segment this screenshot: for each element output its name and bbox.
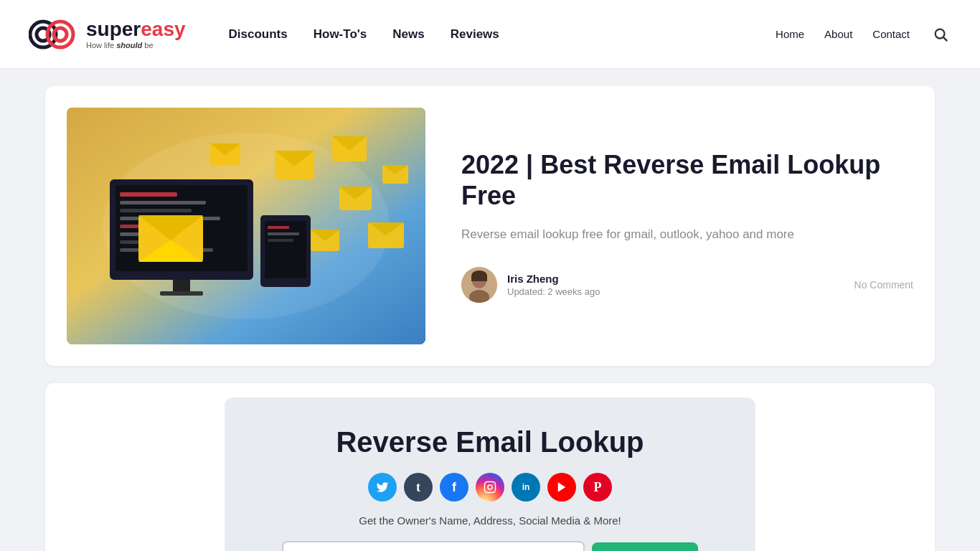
search-now-button[interactable]: Search Now <box>592 542 698 551</box>
lookup-input-row: 🇺🇸 Search Now <box>282 541 698 551</box>
svg-point-48 <box>488 485 492 489</box>
main-nav: Discounts How-To's News Reviews <box>229 27 776 42</box>
nav-discounts[interactable]: Discounts <box>229 27 288 42</box>
search-icon <box>933 27 948 42</box>
svg-rect-26 <box>268 232 299 235</box>
site-header: supereasy How life should be Discounts H… <box>0 0 980 69</box>
nav-contact[interactable]: Contact <box>872 28 910 40</box>
svg-marker-50 <box>558 482 566 492</box>
author-updated: Updated: 2 weeks ago <box>507 286 844 297</box>
logo-tagline: How life should be <box>86 41 186 50</box>
nav-howtos[interactable]: How-To's <box>314 27 367 42</box>
lookup-input-wrapper: 🇺🇸 <box>282 541 585 551</box>
twitter-icon <box>368 473 397 501</box>
logo-icon <box>29 13 79 56</box>
svg-rect-25 <box>268 226 289 229</box>
tumblr-icon: t <box>404 473 433 501</box>
article-content: 2022 | Best Reverse Email Lookup Free Re… <box>461 149 913 303</box>
nav-reviews[interactable]: Reviews <box>451 27 499 42</box>
author-row: Iris Zheng Updated: 2 weeks ago No Comme… <box>461 267 913 303</box>
logo-super: super <box>86 18 141 40</box>
svg-rect-27 <box>268 239 293 242</box>
facebook-icon: f <box>440 473 468 501</box>
lookup-section-wrapper: Reverse Email Lookup t f in P Get the Ow… <box>45 383 935 551</box>
author-info: Iris Zheng Updated: 2 weeks ago <box>507 273 844 297</box>
svg-point-49 <box>492 484 494 485</box>
nav-about[interactable]: About <box>824 28 852 40</box>
svg-rect-18 <box>173 280 190 291</box>
svg-point-4 <box>936 29 945 38</box>
youtube-icon <box>547 473 576 501</box>
avatar-image <box>461 267 497 303</box>
article-card: 2022 | Best Reverse Email Lookup Free Re… <box>45 86 935 366</box>
svg-rect-10 <box>120 192 177 197</box>
svg-rect-24 <box>265 221 306 278</box>
social-icons-row: t f in P <box>239 473 741 501</box>
no-comment-label: No Comment <box>854 279 913 291</box>
author-avatar <box>461 267 497 303</box>
right-nav: Home About Contact <box>776 24 951 45</box>
svg-rect-46 <box>471 276 487 281</box>
lookup-section: Reverse Email Lookup t f in P Get the Ow… <box>225 397 755 551</box>
lookup-description: Get the Owner's Name, Address, Social Me… <box>239 514 741 527</box>
author-name: Iris Zheng <box>507 273 844 285</box>
linkedin-icon: in <box>512 473 540 501</box>
main-wrapper: 2022 | Best Reverse Email Lookup Free Re… <box>24 86 956 551</box>
svg-rect-19 <box>160 291 203 296</box>
svg-rect-47 <box>485 482 496 493</box>
instagram-icon <box>476 473 504 501</box>
logo-easy: easy <box>141 18 185 40</box>
article-image <box>67 108 425 344</box>
nav-home[interactable]: Home <box>776 28 804 40</box>
svg-rect-12 <box>120 209 192 212</box>
article-title: 2022 | Best Reverse Email Lookup Free <box>461 149 913 211</box>
pinterest-icon: P <box>583 473 612 501</box>
search-button[interactable] <box>930 24 951 45</box>
logo-link[interactable]: supereasy How life should be <box>29 13 186 56</box>
svg-line-5 <box>943 37 947 41</box>
article-illustration <box>67 108 425 344</box>
nav-news[interactable]: News <box>392 27 424 42</box>
article-subtitle: Reverse email lookup free for gmail, out… <box>461 225 913 244</box>
svg-rect-11 <box>120 201 206 204</box>
logo-text: supereasy How life should be <box>86 19 186 50</box>
lookup-title: Reverse Email Lookup <box>239 426 741 458</box>
